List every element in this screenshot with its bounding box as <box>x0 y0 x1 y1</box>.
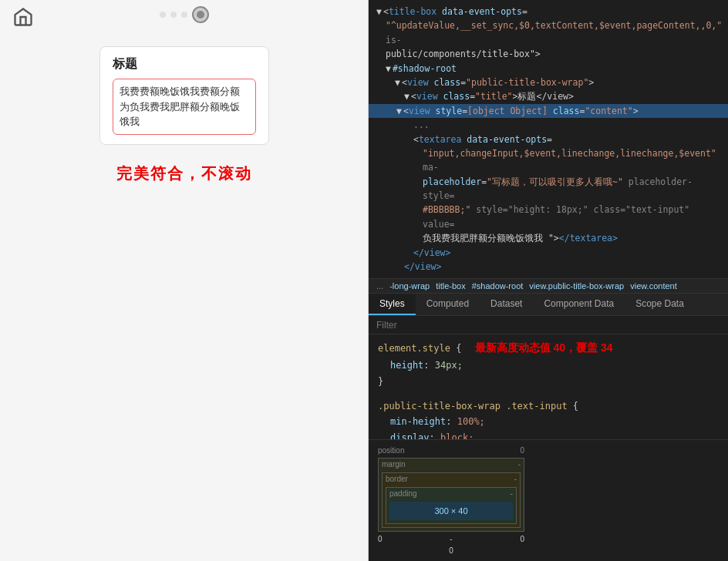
tab-dataset[interactable]: Dataset <box>480 294 533 315</box>
filter-bar <box>369 316 728 334</box>
css-close-1: } <box>378 374 719 389</box>
tree-row-ta4: #BBBBBB;" style="height: 18px;" class="t… <box>376 203 720 231</box>
tab-scope-data[interactable]: Scope Data <box>625 294 695 315</box>
breadcrumb-shadow[interactable]: #shadow-root <box>472 281 524 291</box>
tabs-bar: Styles Computed Dataset Component Data S… <box>369 294 728 316</box>
html-tree: ▼<title-box data-event-opts= "^updateVal… <box>369 0 728 279</box>
triangle-icon-4: ▼ <box>404 91 410 102</box>
phone-label: 标题 <box>113 56 256 72</box>
border-label: border <box>386 475 408 483</box>
tree-row-ta2: "input,changeInput,$event,linechange,lin… <box>376 146 720 175</box>
css-block-element-style: element.style { 最新高度动态值 40，覆盖 34 height:… <box>378 339 719 389</box>
box-bottom-num: 0 <box>378 546 524 555</box>
breadcrumb-bar: ... -long-wrap title-box #shadow-root vi… <box>369 279 728 294</box>
margin-val: - <box>518 460 521 469</box>
css-selector-2: .public-title-box-wrap .text-input { <box>378 398 719 414</box>
tree-row-ta3: placeholder="写标题，可以吸引更多人看哦~" placeholder… <box>376 175 720 203</box>
triangle-icon-5: ▼ <box>396 106 402 116</box>
tree-row-view1[interactable]: ▼<view class="public-title-box-wrap"> <box>376 76 720 89</box>
breadcrumb-wrap[interactable]: view.public-title-box-wrap <box>529 281 624 291</box>
tree-row-cv: </view> <box>376 246 720 260</box>
padding-dash: - <box>511 489 513 498</box>
phone-preview: 标题 我费费额晚饭饿我费额分额为负我费我肥胖额分额晚饭饿我 <box>99 46 269 145</box>
bottom-section: position 0 margin - border - padding - <box>369 439 728 561</box>
left-panel: 标题 我费费额晚饭饿我费额分额为负我费我肥胖额分额晚饭饿我 完美符合，不滚动 <box>0 0 369 561</box>
css-block-text-input: .public-title-box-wrap .text-input { min… <box>378 398 719 439</box>
top-buttons <box>160 6 209 23</box>
tree-row-dots: ... <box>376 118 720 132</box>
margin-label: margin <box>382 460 406 469</box>
left-annotation: 完美符合，不滚动 <box>116 163 252 184</box>
tree-row-title[interactable]: ▼<view class="title">标题</view> <box>376 89 720 103</box>
styles-panel: element.style { 最新高度动态值 40，覆盖 34 height:… <box>369 334 728 439</box>
box-margin: margin - border - padding - 300 × 40 <box>378 458 524 532</box>
box-padding: padding - 300 × 40 <box>386 487 517 524</box>
border-val: - <box>514 475 517 483</box>
num-left: 0 <box>378 535 383 543</box>
breadcrumb-longwrap[interactable]: -long-wrap <box>389 281 430 291</box>
tab-component-data[interactable]: Component Data <box>533 294 625 315</box>
num-bottom: 0 <box>449 546 453 555</box>
home-icon[interactable] <box>12 6 34 30</box>
box-model-container: position 0 margin - border - padding - <box>378 446 524 555</box>
box-numbers: 0 - 0 <box>378 535 524 543</box>
box-border: border - padding - 300 × 40 <box>382 472 521 528</box>
record-button[interactable] <box>192 6 209 23</box>
dot1 <box>160 12 166 18</box>
tree-row-1[interactable]: ▼<title-box data-event-opts= <box>376 5 720 18</box>
triangle-icon: ▼ <box>376 6 382 17</box>
tree-row-3: public/components/title-box"> <box>376 47 720 61</box>
box-model-header: position 0 <box>378 446 524 455</box>
tree-row-shadow[interactable]: ▼#shadow-root <box>376 62 720 76</box>
tree-row-ta5: 负我费我肥胖额分额晚饭饿我 "></textarea> <box>376 231 720 245</box>
tab-styles[interactable]: Styles <box>369 294 416 315</box>
triangle-icon-2: ▼ <box>386 63 391 74</box>
css-display: display: block; <box>378 430 719 439</box>
css-prop-row-height: height: 34px; <box>378 358 719 373</box>
tree-row-selected[interactable]: ▼<view style=[object Object] class="cont… <box>369 104 728 118</box>
filter-input[interactable] <box>376 320 720 331</box>
num-right: 0 <box>520 535 524 543</box>
tab-computed[interactable]: Computed <box>416 294 480 315</box>
height-annotation: 最新高度动态值 40，覆盖 34 <box>475 341 613 354</box>
box-content: 300 × 40 <box>389 502 513 520</box>
breadcrumb-dots[interactable]: ... <box>376 281 383 291</box>
breadcrumb-titlebox[interactable]: title-box <box>436 281 466 291</box>
css-selector-1: element.style { 最新高度动态值 40，覆盖 34 <box>378 339 719 358</box>
tree-row-cv2: </view> <box>376 260 720 274</box>
position-label: position <box>378 446 404 455</box>
triangle-icon-3: ▼ <box>395 77 400 88</box>
dot2 <box>170 12 177 18</box>
dot3 <box>181 12 187 18</box>
content-size: 300 × 40 <box>434 506 467 516</box>
record-inner <box>197 11 204 18</box>
right-panel: ▼<title-box data-event-opts= "^updateVal… <box>369 0 728 561</box>
breadcrumb-content[interactable]: view.content <box>630 281 677 291</box>
num-center: - <box>450 535 452 543</box>
tree-row-2: "^updateValue,__set_sync,$0,textContent,… <box>376 18 720 47</box>
position-val: 0 <box>520 446 524 455</box>
tree-row-textarea[interactable]: <textarea data-event-opts= <box>376 133 720 146</box>
padding-label: padding <box>389 489 417 498</box>
phone-text-box: 我费费额晚饭饿我费额分额为负我费我肥胖额分额晚饭饿我 <box>113 79 256 135</box>
css-minheight: min-height: 100%; <box>378 414 719 429</box>
